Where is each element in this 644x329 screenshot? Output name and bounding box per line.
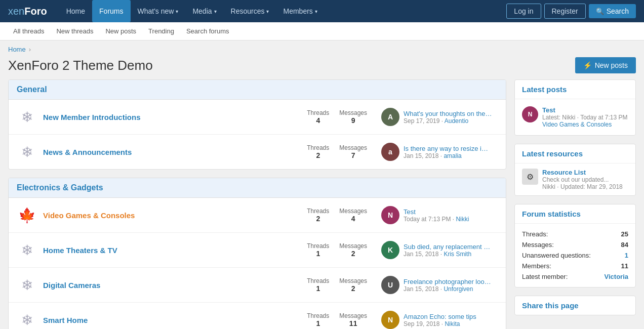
stat-value: 4 bbox=[307, 116, 329, 125]
stat-messages: Messages 9 bbox=[339, 109, 367, 125]
logo[interactable]: xenForo bbox=[8, 6, 47, 17]
content-area: General ❄ New Member Introductions Threa… bbox=[0, 79, 644, 329]
stat-label: Messages bbox=[339, 109, 367, 116]
new-posts-button[interactable]: ⚡ New posts bbox=[575, 57, 636, 73]
sidebar-section-title: Latest posts bbox=[522, 85, 567, 94]
latest-user[interactable]: Unforgiven bbox=[444, 285, 473, 293]
forum-info: Digital Cameras bbox=[43, 281, 301, 290]
sidebar-latest-posts-title: Latest posts bbox=[515, 80, 635, 99]
subnav-all-threads[interactable]: All threads bbox=[8, 22, 49, 40]
stat-label: Threads: bbox=[522, 230, 548, 238]
forum-name[interactable]: Smart Home bbox=[43, 316, 301, 324]
stat-value: 2 bbox=[307, 151, 329, 159]
subnav-trending[interactable]: Trending bbox=[143, 22, 179, 40]
stat-value: 7 bbox=[339, 151, 367, 159]
forum-stats: Threads 2 Messages 7 bbox=[307, 144, 367, 159]
latest-post-item: N Test Latest: Nikki · Today at 7:13 PM … bbox=[522, 104, 628, 130]
latest-member-link[interactable]: Victoria bbox=[605, 273, 628, 280]
nav-members[interactable]: Members ▾ bbox=[276, 0, 324, 22]
latest-post-meta: Latest: Nikki · Today at 7:13 PM bbox=[542, 114, 628, 121]
nav-forums[interactable]: Forums bbox=[92, 0, 130, 22]
latest-user[interactable]: Nikita bbox=[445, 320, 460, 327]
sidebar-section-title: Forum statistics bbox=[522, 210, 581, 218]
forum-info: News & Announcements bbox=[43, 148, 301, 156]
register-button[interactable]: Register bbox=[544, 4, 586, 19]
forum-stats: Threads 1 Messages 2 bbox=[307, 277, 367, 293]
main-content: General ❄ New Member Introductions Threa… bbox=[8, 79, 506, 329]
stat-value: 9 bbox=[339, 116, 367, 125]
latest-title[interactable]: What's your thoughts on the direc... bbox=[404, 110, 492, 117]
avatar: a bbox=[381, 143, 399, 161]
stat-threads: Threads 2 bbox=[307, 144, 329, 159]
sidebar-share: Share this page bbox=[514, 296, 636, 315]
latest-title[interactable]: Amazon Echo: some tips bbox=[404, 313, 476, 320]
stat-label: Threads bbox=[307, 208, 329, 215]
search-button[interactable]: 🔍 Search bbox=[589, 4, 636, 18]
forum-section-general: General ❄ New Member Introductions Threa… bbox=[8, 79, 506, 170]
stat-label: Threads bbox=[307, 277, 329, 284]
latest-user[interactable]: amalia bbox=[444, 152, 461, 159]
search-icon: 🔍 bbox=[596, 8, 604, 15]
latest-title[interactable]: Freelance photographer looking to... bbox=[404, 278, 492, 285]
subnav-new-posts[interactable]: New posts bbox=[100, 22, 141, 40]
forum-name[interactable]: New Member Introductions bbox=[43, 113, 301, 121]
latest-user[interactable]: Kris Smith bbox=[444, 251, 471, 258]
top-navigation: xenForo Home Forums What's new ▾ Media ▾… bbox=[0, 0, 644, 22]
subnav-new-threads[interactable]: New threads bbox=[51, 22, 98, 40]
sidebar: Latest posts N Test Latest: Nikki · Toda… bbox=[514, 79, 636, 329]
forum-latest: a Is there any way to resize images? Jan… bbox=[381, 143, 498, 161]
section-title-general: General bbox=[17, 85, 47, 94]
stat-label: Threads bbox=[307, 312, 329, 319]
forum-row: ❄ Digital Cameras Threads 1 Messages 2 bbox=[9, 268, 506, 303]
latest-user[interactable]: Nikki bbox=[456, 216, 469, 223]
forum-icon: 🍁 bbox=[17, 205, 37, 225]
resource-meta: Nikki · Updated: Mar 29, 2018 bbox=[542, 183, 623, 190]
latest-post-subforum[interactable]: Video Games & Consoles bbox=[542, 121, 628, 128]
latest-info: Amazon Echo: some tips Sep 19, 2018 · Ni… bbox=[404, 313, 476, 327]
nav-home[interactable]: Home bbox=[59, 0, 92, 22]
stat-threads: Threads 1 bbox=[307, 277, 329, 293]
forum-name[interactable]: Digital Cameras bbox=[43, 281, 301, 290]
forum-name[interactable]: Home Theaters & TV bbox=[43, 246, 301, 255]
forum-info: New Member Introductions bbox=[43, 113, 301, 121]
latest-meta: Sep 17, 2019 · Audentio bbox=[404, 117, 492, 125]
stat-messages: Messages 11 bbox=[339, 312, 367, 327]
forum-stats: Threads 1 Messages 11 bbox=[307, 312, 367, 327]
snowflake-icon: ❄ bbox=[21, 144, 33, 160]
stat-threads: Threads 4 bbox=[307, 109, 329, 125]
forum-name[interactable]: News & Announcements bbox=[43, 148, 301, 156]
forum-icon: ❄ bbox=[17, 107, 37, 127]
latest-user[interactable]: Audentio bbox=[445, 117, 468, 125]
latest-post-title[interactable]: Test bbox=[542, 106, 628, 114]
forum-icon: ❄ bbox=[17, 142, 37, 162]
nav-whats-new[interactable]: What's new ▾ bbox=[131, 0, 186, 22]
sidebar-forum-statistics: Forum statistics Threads: 25 Messages: 8… bbox=[514, 204, 636, 287]
avatar: N bbox=[381, 311, 399, 329]
stat-messages: Messages 2 bbox=[339, 242, 367, 258]
forum-name-video-games[interactable]: Video Games & Consoles bbox=[43, 211, 301, 220]
stat-value: 2 bbox=[339, 250, 367, 258]
sidebar-latest-posts-body: N Test Latest: Nikki · Today at 7:13 PM … bbox=[515, 99, 635, 135]
avatar: N bbox=[381, 206, 399, 224]
stat-row: Unanswered questions: 1 bbox=[522, 250, 628, 261]
stat-label: Messages bbox=[339, 277, 367, 284]
subnav-search-forums[interactable]: Search forums bbox=[181, 22, 234, 40]
stat-value: 2 bbox=[339, 284, 367, 293]
breadcrumb-home[interactable]: Home bbox=[8, 46, 26, 53]
latest-title[interactable]: Test bbox=[404, 208, 469, 216]
login-button[interactable]: Log in bbox=[506, 4, 541, 19]
latest-info: What's your thoughts on the direc... Sep… bbox=[404, 110, 492, 125]
stat-row: Latest member: Victoria bbox=[522, 271, 628, 282]
latest-title[interactable]: Sub died, any replacement sugge... bbox=[404, 243, 492, 251]
sidebar-share-title: Share this page bbox=[515, 296, 635, 315]
stat-label: Threads bbox=[307, 109, 329, 116]
avatar: K bbox=[381, 241, 399, 259]
nav-resources[interactable]: Resources ▾ bbox=[224, 0, 276, 22]
section-title-electronics: Electronics & Gadgets bbox=[17, 183, 103, 192]
latest-title[interactable]: Is there any way to resize images? bbox=[404, 145, 492, 152]
resource-name[interactable]: Resource List bbox=[542, 169, 623, 176]
sidebar-forum-statistics-title: Forum statistics bbox=[515, 204, 635, 224]
nav-media[interactable]: Media ▾ bbox=[185, 0, 223, 22]
forum-info: Video Games & Consoles bbox=[43, 211, 301, 220]
latest-info: Sub died, any replacement sugge... Jan 1… bbox=[404, 243, 492, 258]
